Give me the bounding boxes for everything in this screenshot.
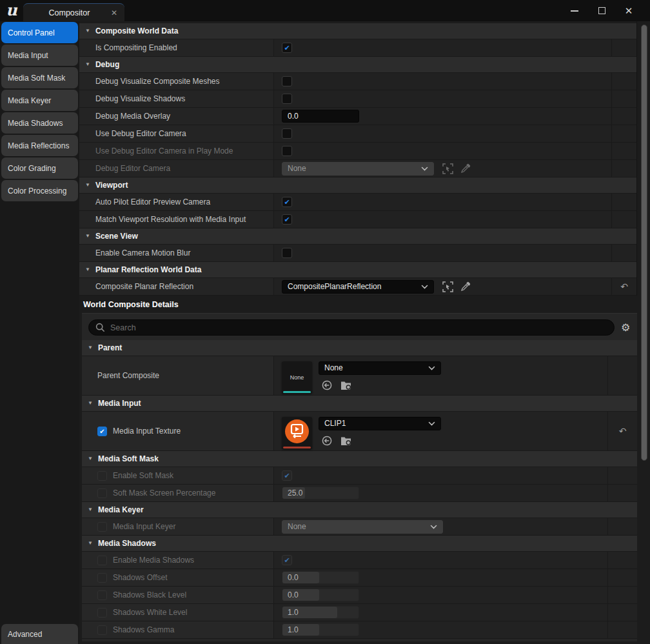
section-header-parent[interactable]: ▼Parent	[82, 340, 637, 356]
property-value-cell: 25.0	[274, 485, 608, 501]
value-checkbox[interactable]: ✔	[282, 146, 292, 156]
edit-condition-checkbox[interactable]: ✔	[97, 522, 107, 532]
sidebar-item-media-soft-mask[interactable]: Media Soft Mask	[1, 67, 78, 88]
debug-editor-camera-dropdown[interactable]: None	[282, 162, 434, 176]
minimize-button[interactable]	[561, 0, 588, 21]
section-collapse-triangle-icon: ▼	[85, 267, 90, 272]
eyedropper-icon[interactable]	[458, 279, 473, 294]
sidebar-item-label: Color Processing	[8, 186, 66, 196]
sidebar-item-control-panel[interactable]: Control Panel	[1, 22, 78, 43]
section-header-label: Media Shadows	[98, 539, 156, 548]
value-checkbox[interactable]: ✔	[282, 248, 292, 258]
search-bar[interactable]	[88, 319, 615, 336]
shadows-white-level-input[interactable]: 1.0	[282, 606, 359, 619]
reset-to-default-icon[interactable]: ↶	[619, 427, 627, 436]
media-input-keyer-dropdown[interactable]: None	[282, 520, 443, 534]
pick-actor-icon[interactable]	[440, 161, 455, 176]
eyedropper-icon[interactable]	[458, 161, 473, 176]
chevron-down-icon	[428, 366, 435, 370]
edit-condition-checkbox[interactable]: ✔	[97, 471, 107, 481]
edit-condition-checkbox[interactable]: ✔	[97, 427, 107, 436]
sidebar-item-media-keyer[interactable]: Media Keyer	[1, 90, 78, 111]
search-input[interactable]	[110, 323, 607, 332]
section-header-composite-world-data[interactable]: ▼Composite World Data	[79, 23, 636, 39]
property-reset-cell	[612, 125, 636, 142]
number-value: 0.0	[288, 590, 299, 599]
use-selected-icon[interactable]	[320, 434, 334, 448]
asset-thumbnail[interactable]	[282, 417, 312, 449]
value-checkbox[interactable]: ✔	[282, 197, 292, 207]
section-header-label: Debug	[95, 60, 119, 69]
section-collapse-triangle-icon: ▼	[85, 28, 90, 34]
sidebar-item-media-reflections[interactable]: Media Reflections	[1, 135, 78, 156]
shadows-black-level-input[interactable]: 0.0	[282, 589, 359, 601]
maximize-button[interactable]	[588, 0, 615, 21]
property-label-cell: Match Viewport Resolution with Media Inp…	[79, 211, 274, 228]
value-checkbox[interactable]: ✔	[282, 94, 292, 104]
sidebar-item-color-processing[interactable]: Color Processing	[1, 180, 78, 201]
property-row-parent-composite: Parent CompositeNoneNone	[82, 356, 637, 396]
parent-composite-dropdown[interactable]: None	[319, 361, 441, 375]
media-input-texture-dropdown-value: CLIP1	[324, 419, 346, 428]
debug-media-overlay-input[interactable]: 0.0	[282, 110, 359, 123]
close-button[interactable]: ✕	[615, 0, 642, 21]
vertical-scrollbar-thumb[interactable]	[641, 25, 647, 461]
reset-to-default-icon[interactable]: ↶	[620, 282, 628, 291]
sidebar-item-media-input[interactable]: Media Input	[1, 45, 78, 66]
property-label-cell: ✔Media Input Keyer	[82, 518, 274, 535]
property-reset-cell	[612, 90, 636, 107]
tab-compositor[interactable]: Compositor ✕	[23, 3, 124, 21]
soft-mask-screen-percentage-input[interactable]: 25.0	[282, 487, 359, 499]
property-label: Debug Editor Camera	[95, 164, 170, 173]
value-checkbox[interactable]: ✔	[282, 214, 292, 225]
edit-condition-checkbox[interactable]: ✔	[97, 573, 107, 583]
section-header-label: Media Soft Mask	[98, 454, 159, 463]
property-label-cell: Debug Media Overlay	[79, 108, 274, 125]
value-checkbox[interactable]: ✔	[282, 555, 292, 565]
section-header-scene-view[interactable]: ▼Scene View	[79, 228, 636, 245]
value-checkbox[interactable]: ✔	[282, 76, 292, 86]
property-row-soft-mask-screen-percentage: ✔Soft Mask Screen Percentage25.0	[82, 485, 637, 502]
number-value: 1.0	[288, 608, 299, 617]
property-label-cell: Is Compositing Enabled	[79, 39, 274, 56]
edit-condition-checkbox[interactable]: ✔	[97, 590, 107, 600]
property-reset-cell	[608, 587, 637, 603]
edit-condition-checkbox[interactable]: ✔	[97, 556, 107, 565]
sidebar-item-color-grading[interactable]: Color Grading	[1, 157, 78, 179]
sidebar-item-advanced[interactable]: Advanced	[1, 624, 78, 644]
property-row-use-debug-editor-camera: Use Debug Editor Camera✔	[79, 125, 636, 143]
control-panel-properties: ▼Composite World DataIs Compositing Enab…	[79, 21, 637, 296]
pick-actor-icon[interactable]	[440, 279, 455, 294]
media-input-texture-dropdown[interactable]: CLIP1	[319, 417, 441, 430]
browse-icon[interactable]	[339, 434, 353, 448]
section-header-media-keyer[interactable]: ▼Media Keyer	[82, 502, 637, 518]
edit-condition-checkbox[interactable]: ✔	[97, 625, 107, 635]
edit-condition-checkbox[interactable]: ✔	[97, 608, 107, 618]
composite-planar-reflection-dropdown[interactable]: CompositePlanarReflection	[282, 280, 434, 294]
property-label: Enable Soft Mask	[113, 471, 173, 480]
section-header-planar-reflection-world-data[interactable]: ▼Planar Reflection World Data	[79, 262, 636, 278]
use-selected-icon[interactable]	[320, 378, 334, 392]
sidebar-item-media-shadows[interactable]: Media Shadows	[1, 112, 78, 134]
property-label: Debug Media Overlay	[95, 112, 170, 121]
value-checkbox[interactable]: ✔	[282, 43, 292, 53]
section-header-media-shadows[interactable]: ▼Media Shadows	[82, 536, 637, 552]
shadows-offset-input[interactable]: 0.0	[282, 571, 359, 584]
number-value: 1.0	[288, 625, 299, 634]
world-composite-details-panel: ⚙ ▼ParentParent CompositeNoneNone▼Media …	[82, 313, 637, 641]
property-reset-cell: ↶	[608, 412, 637, 450]
edit-condition-checkbox[interactable]: ✔	[97, 488, 107, 498]
value-checkbox[interactable]: ✔	[282, 470, 292, 481]
tab-close-icon[interactable]: ✕	[104, 8, 124, 17]
section-header-label: Parent	[98, 343, 122, 352]
settings-gear-icon[interactable]: ⚙	[621, 321, 630, 334]
value-checkbox[interactable]: ✔	[282, 128, 292, 139]
browse-icon[interactable]	[339, 378, 353, 392]
section-header-viewport[interactable]: ▼Viewport	[79, 177, 636, 194]
asset-thumbnail[interactable]: None	[282, 361, 312, 394]
shadows-gamma-input[interactable]: 1.0	[282, 623, 359, 636]
section-header-media-soft-mask[interactable]: ▼Media Soft Mask	[82, 451, 637, 467]
section-collapse-triangle-icon: ▼	[88, 345, 93, 350]
section-header-debug[interactable]: ▼Debug	[79, 57, 636, 73]
section-header-media-input[interactable]: ▼Media Input	[82, 396, 637, 412]
